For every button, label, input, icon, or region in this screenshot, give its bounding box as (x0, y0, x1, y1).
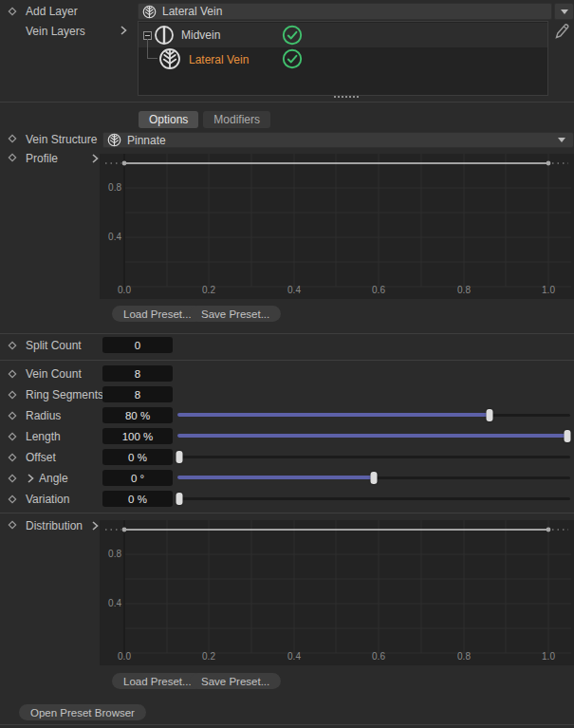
panel-resize-handle[interactable] (334, 96, 359, 98)
diamond-icon (8, 474, 17, 483)
section-divider (0, 333, 574, 334)
slider-handle[interactable] (487, 409, 493, 421)
vein-structure-label: Vein Structure (26, 133, 97, 146)
ring-segments-field[interactable]: 8 (102, 386, 173, 402)
layer-tree-panel: Midvein (138, 21, 548, 96)
radius-field[interactable]: 80 % (102, 407, 173, 423)
length-label: Length (26, 430, 61, 443)
length-slider[interactable] (177, 428, 570, 444)
enabled-check-icon[interactable] (282, 48, 303, 69)
variation-label: Variation (26, 493, 69, 506)
distribution-expander-icon[interactable] (91, 520, 99, 532)
chevron-down-icon (558, 138, 565, 142)
leaf-vein-icon (158, 47, 181, 70)
angle-slider[interactable] (177, 470, 570, 486)
profile-label: Profile (26, 152, 58, 165)
tree-connector-line (147, 39, 157, 59)
offset-label: Offset (26, 451, 56, 464)
x-tick-label: 1.0 (542, 285, 555, 295)
section-divider (0, 513, 574, 513)
save-preset-button[interactable]: Save Preset... (190, 306, 281, 322)
offset-slider[interactable] (177, 449, 570, 465)
x-tick-label: 0.4 (287, 651, 301, 662)
diamond-icon (8, 432, 17, 441)
variation-field[interactable]: 0 % (102, 491, 173, 507)
x-tick-label: 0.2 (202, 651, 215, 662)
diamond-icon (8, 520, 17, 530)
y-tick-label: 0.4 (108, 598, 121, 608)
vein-count-label: Vein Count (26, 367, 82, 381)
profile-expander-icon[interactable] (91, 153, 99, 164)
split-count-label: Split Count (26, 339, 82, 352)
x-tick-label: 0.8 (457, 285, 471, 295)
y-tick-label: 0.8 (108, 182, 121, 193)
diamond-icon (8, 341, 17, 350)
x-tick-label: 0.0 (118, 285, 131, 295)
x-tick-label: 0.4 (287, 285, 301, 295)
pencil-icon[interactable] (552, 22, 569, 41)
open-preset-browser-button[interactable]: Open Preset Browser (19, 704, 146, 720)
diamond-icon (8, 390, 17, 400)
section-divider (0, 360, 574, 361)
slider-fill (177, 434, 567, 438)
x-tick-label: 0.6 (372, 285, 385, 295)
y-tick-label: 0.8 (108, 549, 121, 559)
distribution-label: Distribution (26, 519, 83, 532)
save-preset-button[interactable]: Save Preset... (190, 673, 281, 689)
tree-row-lateral-vein[interactable]: Lateral Vein (139, 47, 547, 72)
diamond-icon (8, 495, 17, 504)
tree-row-midvein[interactable]: Midvein (139, 23, 547, 47)
length-field[interactable]: 100 % (102, 428, 173, 444)
section-divider (0, 724, 574, 725)
slider-fill (177, 413, 490, 417)
radius-label: Radius (26, 409, 61, 422)
add-layer-label: Add Layer (26, 5, 78, 18)
diamond-icon (8, 453, 17, 462)
slider-handle[interactable] (371, 472, 378, 484)
chevron-down-icon (561, 9, 568, 14)
x-tick-label: 1.0 (542, 651, 555, 662)
x-tick-label: 0.6 (372, 651, 385, 662)
tab-bar: Options Modifiers (139, 111, 270, 128)
tab-modifiers[interactable]: Modifiers (203, 111, 270, 128)
layer-select-dropdown[interactable]: Lateral Vein (138, 3, 552, 20)
slider-track[interactable] (177, 456, 570, 458)
y-tick-label: 0.4 (108, 232, 121, 242)
variation-slider[interactable] (177, 491, 570, 507)
x-tick-label: 0.8 (457, 651, 471, 662)
ring-segments-label: Ring Segments (26, 388, 103, 401)
diamond-icon (8, 411, 17, 420)
diamond-icon (8, 134, 17, 143)
layer-select-value: Lateral Vein (162, 5, 222, 18)
vein-count-field[interactable]: 8 (102, 365, 173, 382)
section-divider (0, 102, 574, 103)
layer-select-arrow-button[interactable] (554, 3, 574, 20)
diamond-icon (8, 369, 17, 379)
tree-item-label-selected[interactable]: Lateral Vein (189, 53, 249, 66)
tab-options[interactable]: Options (139, 111, 198, 128)
vein-structure-dropdown[interactable]: Pinnate (102, 132, 574, 148)
x-tick-label: 0.2 (202, 285, 215, 295)
slider-fill (177, 476, 374, 479)
slider-handle[interactable] (176, 451, 183, 463)
slider-handle[interactable] (565, 430, 571, 442)
enabled-check-icon[interactable] (282, 25, 303, 46)
tree-item-label[interactable]: Midvein (181, 28, 220, 42)
vein-layer-panel: Add Layer Vein Layers Lateral Vein (0, 0, 574, 728)
vein-layers-label: Vein Layers (26, 25, 85, 38)
diamond-icon (8, 153, 17, 162)
slider-track[interactable] (177, 497, 570, 500)
leaf-vein-icon (142, 5, 157, 19)
vein-structure-value: Pinnate (127, 134, 166, 147)
distribution-curve-editor[interactable]: 0.8 0.4 0.0 0.2 0.4 0.6 0.8 1.0 (100, 520, 574, 665)
split-count-field[interactable]: 0 (102, 337, 173, 353)
profile-curve-editor[interactable]: 0.8 0.4 0.0 0.2 0.4 0.6 0.8 1.0 (100, 154, 574, 299)
angle-field[interactable]: 0 ° (102, 470, 173, 486)
vein-layers-expander-icon[interactable] (120, 25, 127, 36)
radius-slider[interactable] (177, 407, 570, 423)
angle-label: Angle (39, 472, 68, 485)
angle-expander-icon[interactable] (27, 473, 34, 484)
slider-handle[interactable] (176, 493, 183, 505)
offset-field[interactable]: 0 % (102, 449, 173, 465)
x-tick-label: 0.0 (118, 651, 131, 662)
